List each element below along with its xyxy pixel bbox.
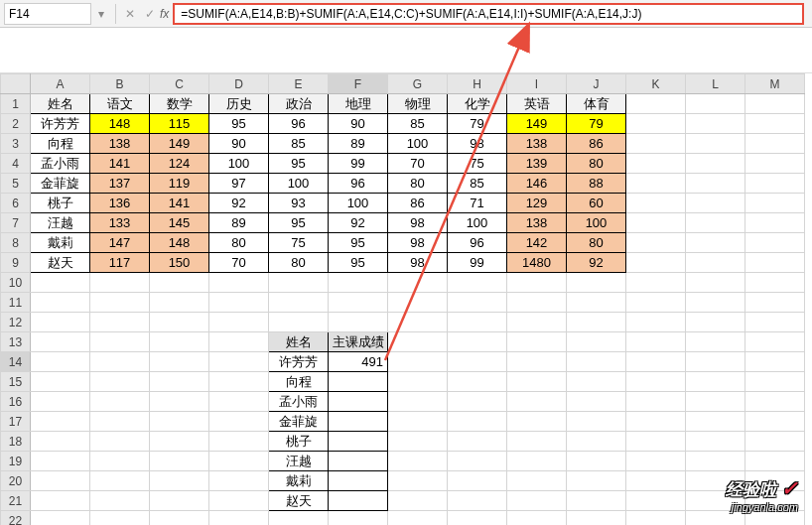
cell[interactable] (626, 372, 686, 392)
cell[interactable]: 98 (448, 134, 507, 154)
cell[interactable] (31, 412, 90, 432)
cell[interactable]: 数学 (150, 94, 209, 114)
cell[interactable]: 金菲旋 (31, 174, 90, 194)
cell[interactable] (745, 253, 805, 273)
cell[interactable] (745, 233, 805, 253)
cell[interactable] (150, 352, 209, 372)
cell[interactable]: 92 (329, 213, 388, 233)
cell[interactable] (209, 412, 269, 432)
cell[interactable]: 89 (329, 134, 388, 154)
cell[interactable] (567, 352, 626, 372)
cell[interactable] (686, 94, 745, 114)
cell[interactable] (567, 432, 626, 452)
cell[interactable] (745, 491, 805, 511)
cell[interactable]: 姓名 (31, 94, 90, 114)
cell[interactable]: 1480 (507, 253, 567, 273)
cell[interactable]: 149 (507, 114, 567, 134)
cell[interactable] (626, 114, 686, 134)
cell[interactable] (388, 293, 448, 313)
cell[interactable] (388, 511, 448, 526)
cell[interactable] (209, 392, 269, 412)
cell[interactable]: 115 (150, 114, 209, 134)
cell[interactable]: 124 (150, 154, 209, 174)
cell[interactable]: 138 (507, 213, 567, 233)
cell[interactable] (209, 372, 269, 392)
cell[interactable] (745, 372, 805, 392)
name-box-dropdown-icon[interactable]: ▾ (91, 3, 111, 25)
cell[interactable]: 98 (388, 253, 448, 273)
cell[interactable]: 85 (269, 134, 329, 154)
cell[interactable] (448, 412, 507, 432)
spreadsheet-grid[interactable]: A B C D E F G H I J K L M 1 姓名 语文 数学 历史 … (0, 73, 805, 525)
formula-input[interactable]: =SUMIF(A:A,E14,B:B)+SUMIF(A:A,E14,C:C)+S… (173, 3, 804, 25)
cell[interactable] (90, 352, 150, 372)
cell[interactable] (329, 372, 388, 392)
cell[interactable]: 孟小雨 (31, 154, 90, 174)
cell[interactable]: 136 (90, 194, 150, 213)
cell[interactable] (686, 511, 745, 526)
cell[interactable] (686, 432, 745, 452)
cell[interactable]: 100 (329, 194, 388, 213)
cell[interactable] (388, 273, 448, 293)
cell[interactable] (31, 432, 90, 452)
cell[interactable] (388, 313, 448, 332)
cell[interactable]: 化学 (448, 94, 507, 114)
cell[interactable] (31, 332, 90, 352)
cell[interactable] (31, 471, 90, 491)
cell[interactable]: 95 (209, 114, 269, 134)
col-header[interactable]: E (269, 74, 329, 94)
cell[interactable] (209, 432, 269, 452)
cell[interactable] (626, 313, 686, 332)
cell[interactable] (745, 94, 805, 114)
cell[interactable] (626, 174, 686, 194)
cell[interactable]: 96 (269, 114, 329, 134)
cell[interactable] (745, 213, 805, 233)
cell[interactable] (686, 352, 745, 372)
cell[interactable] (150, 511, 209, 526)
cell[interactable] (745, 194, 805, 213)
cell[interactable]: 142 (507, 233, 567, 253)
cell[interactable]: 向程 (269, 372, 329, 392)
cell[interactable] (626, 253, 686, 273)
cell[interactable] (388, 372, 448, 392)
cell[interactable] (507, 372, 567, 392)
cell[interactable]: 96 (329, 174, 388, 194)
cell[interactable] (448, 491, 507, 511)
cell[interactable] (448, 352, 507, 372)
cell[interactable] (448, 332, 507, 352)
col-header[interactable]: C (150, 74, 209, 94)
cell[interactable] (507, 452, 567, 471)
cell[interactable]: 141 (150, 194, 209, 213)
cell[interactable] (507, 392, 567, 412)
cell[interactable] (329, 273, 388, 293)
row-header[interactable]: 16 (1, 392, 31, 412)
cell[interactable] (31, 511, 90, 526)
cell[interactable] (90, 372, 150, 392)
cell[interactable]: 孟小雨 (269, 392, 329, 412)
row-header[interactable]: 18 (1, 432, 31, 452)
cell[interactable] (745, 293, 805, 313)
col-header[interactable]: L (686, 74, 745, 94)
cell[interactable] (329, 313, 388, 332)
cell[interactable]: 向程 (31, 134, 90, 154)
cell[interactable] (90, 511, 150, 526)
row-header[interactable]: 11 (1, 293, 31, 313)
cell[interactable] (626, 412, 686, 432)
cell[interactable]: 95 (329, 253, 388, 273)
cell[interactable] (150, 293, 209, 313)
cell[interactable] (329, 511, 388, 526)
cell[interactable] (686, 372, 745, 392)
cell[interactable]: 姓名 (269, 332, 329, 352)
cell[interactable]: 语文 (90, 94, 150, 114)
col-header[interactable]: F (329, 74, 388, 94)
cell[interactable]: 137 (90, 174, 150, 194)
cell[interactable]: 金菲旋 (269, 412, 329, 432)
col-header[interactable]: I (507, 74, 567, 94)
row-header[interactable]: 2 (1, 114, 31, 134)
cell[interactable] (686, 313, 745, 332)
cell[interactable]: 政治 (269, 94, 329, 114)
cell[interactable] (745, 392, 805, 412)
cell[interactable]: 戴莉 (269, 471, 329, 491)
cell[interactable] (567, 511, 626, 526)
cell[interactable]: 96 (448, 233, 507, 253)
